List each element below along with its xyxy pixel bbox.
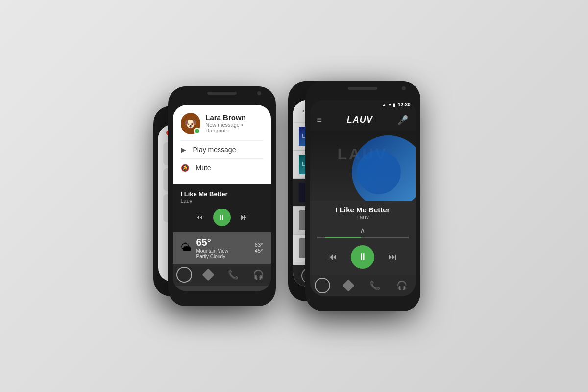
pause-button[interactable]: ⏸ [213,209,231,226]
popup-sender-name: Lara Brown [205,113,263,122]
popup-subtitle: New message • Hangouts [205,122,263,133]
weather-low: 45° [255,248,263,254]
avatar: 🐶 [181,113,201,134]
camera-rf [402,86,406,90]
aa-nav-spotify: 📞 🎧 [310,275,416,296]
spotify-controls: ⏮ ⏸ ⏭ [310,241,416,275]
menu-icon[interactable]: ≡ [317,115,322,125]
nav-home[interactable] [176,267,192,283]
album-art-inner [357,150,401,194]
music-mini-controls: ⏮ ⏸ ⏭ [181,209,263,226]
mute-label: Mute [196,164,211,172]
spotify-header: ≡ LAUV 🎤 [310,110,416,131]
wifi-icon: ▾ [389,102,391,107]
signal-icon: ▲ [382,102,387,107]
action-mute[interactable]: 🔕 Mute [181,158,263,177]
battery-icon: ▮ [393,102,396,107]
spotify-screen: ▲ ▾ ▮ 12:30 ≡ LAUV 🎤 [310,100,416,296]
weather-mini-loc: Mountain ViewPartly Cloudy [196,248,250,259]
weather-mini-icon: 🌥 [181,241,192,254]
nav-directions[interactable] [199,266,217,284]
aa-nav-left-front: 📞 🎧 [173,264,271,286]
speaker-rf [348,87,377,90]
nav-phone[interactable]: 📞 [224,266,242,284]
mute-icon: 🔕 [181,164,189,172]
next-btn[interactable]: ⏭ [388,252,397,262]
weather-mini-range: 63° 45° [255,242,263,254]
action-play-message[interactable]: ▶ Play message [181,140,263,158]
popup-card: 🐶 Lara Brown New message • Hangouts ▶ [173,105,271,184]
spotify-song-artist: Lauv [318,214,408,221]
weather-high: 63° [255,242,263,248]
play-message-icon: ▶ [181,146,186,154]
weather-mini-info: 65° Mountain ViewPartly Cloudy [196,237,250,259]
progress-bar [325,237,362,238]
speaker-front [207,92,237,95]
prev-btn[interactable]: ⏮ [328,252,337,262]
popup-screen: 🐶 Lara Brown New message • Hangouts ▶ [173,105,271,291]
prev-button[interactable]: ⏮ [196,213,203,222]
music-mini-player: I Like Me Better Lauv ⏮ ⏸ ⏭ [173,184,271,232]
popup-sender-info: Lara Brown New message • Hangouts [205,113,263,133]
next-button[interactable]: ⏭ [241,213,248,222]
progress-track [317,237,409,238]
play-pause-btn[interactable]: ⏸ [351,245,374,269]
left-front-phone: 🐶 Lara Brown New message • Hangouts ▶ [168,86,276,306]
spotify-chevron-up[interactable]: ∧ [310,224,416,237]
weather-mini: 🌥 65° Mountain ViewPartly Cloudy 63° 45° [173,232,271,264]
album-art-area: LAUV [310,131,416,201]
music-mini-title: I Like Me Better [181,190,263,198]
spotify-song-info: I Like Me Better Lauv [310,201,416,224]
popup-avatar-row: 🐶 Lara Brown New message • Hangouts [181,113,263,134]
weather-mini-temp: 65° [196,237,250,248]
spotify-song-title: I Like Me Better [318,206,408,214]
music-mini-artist: Lauv [181,198,263,204]
mic-icon[interactable]: 🎤 [397,115,408,126]
right-phone-group: ← Play Queue LAUV Paris in the Rain Lauv [305,81,420,311]
status-time: 12:30 [398,102,411,107]
nav-headphones-sp[interactable]: 🎧 [393,277,411,294]
play-message-label: Play message [193,146,236,154]
avatar-badge [194,128,200,134]
nav-home-sp[interactable] [315,278,330,293]
camera-front [257,91,261,95]
right-front-phone: ▲ ▾ ▮ 12:30 ≡ LAUV 🎤 [305,81,420,311]
nav-headphones[interactable]: 🎧 [249,266,267,284]
spotify-logo: LAUV [347,115,373,125]
status-bar: ▲ ▾ ▮ 12:30 [310,100,416,110]
left-phone-group: 📞 Sandra Adams Recent call ▶ Lara Brown … [168,86,276,306]
nav-directions-sp[interactable] [340,277,357,294]
nav-phone-sp[interactable]: 📞 [366,277,384,294]
